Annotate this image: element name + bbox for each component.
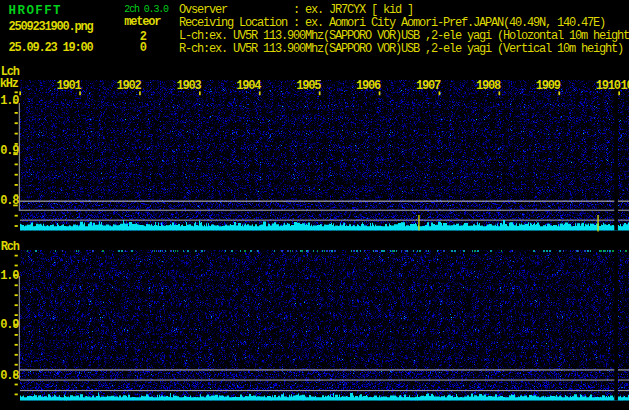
svg-text:R-ch:ex. UV5R 113.900Mhz(SAPPO: R-ch:ex. UV5R 113.900Mhz(SAPPORO VOR)USB… [179, 42, 623, 56]
svg-text:kHz: kHz [0, 77, 19, 91]
svg-text:1.0: 1.0 [0, 94, 19, 108]
svg-text:1903: 1903 [176, 79, 201, 93]
svg-text:2509231900.png: 2509231900.png [9, 20, 94, 34]
svg-text:0.9: 0.9 [0, 144, 19, 158]
svg-text:10: 10 [621, 79, 629, 93]
svg-text:2ch 0.3.0: 2ch 0.3.0 [124, 4, 169, 15]
svg-text:1905: 1905 [296, 79, 321, 93]
svg-text:1909: 1909 [536, 79, 561, 93]
svg-text:Rch: Rch [1, 240, 20, 254]
svg-text:1901: 1901 [57, 79, 82, 93]
svg-text:L-ch:ex. UV5R 113.900Mhz(SAPPO: L-ch:ex. UV5R 113.900Mhz(SAPPORO VOR)USB… [179, 29, 629, 43]
svg-text:Ovserver : ex. JR7CY: Ovserver : ex. JR7CYX [ kid ] [179, 3, 413, 17]
svg-text:Receiving Location : ex. Aomor: Receiving Location : ex. Aomori City Aom… [179, 16, 605, 30]
svg-text:meteor: meteor [124, 15, 161, 29]
svg-text:1904: 1904 [236, 79, 261, 93]
svg-text:1907: 1907 [416, 79, 441, 93]
svg-text:0: 0 [140, 41, 147, 55]
svg-text:1910: 1910 [596, 79, 621, 93]
svg-text:1.0: 1.0 [0, 269, 19, 283]
svg-text:1906: 1906 [356, 79, 381, 93]
svg-text:HROFFT: HROFFT [9, 4, 62, 18]
svg-text:1902: 1902 [116, 79, 141, 93]
svg-text:0.8: 0.8 [0, 194, 19, 208]
svg-text:1908: 1908 [476, 79, 501, 93]
svg-text:0.9: 0.9 [0, 318, 19, 332]
svg-text:25.09.23 19:00: 25.09.23 19:00 [9, 41, 94, 55]
svg-text:0.8: 0.8 [0, 369, 19, 383]
